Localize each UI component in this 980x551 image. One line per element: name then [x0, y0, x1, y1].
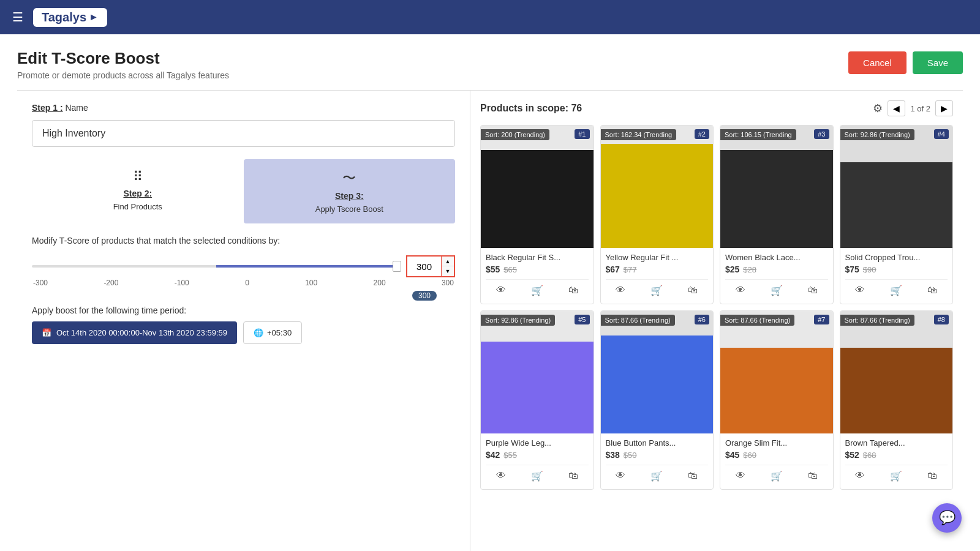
cancel-button[interactable]: Cancel	[848, 51, 907, 74]
tscore-slider[interactable]	[32, 265, 401, 268]
price-original: $65	[503, 265, 517, 274]
add-icon[interactable]: 🛍	[925, 282, 940, 299]
product-actions: 👁 🛒 🛍	[725, 465, 828, 484]
spinner-buttons: ▲ ▼	[441, 257, 454, 276]
product-name: Orange Slim Fit...	[725, 438, 828, 448]
view-icon[interactable]: 👁	[733, 468, 748, 484]
add-icon[interactable]: 🛍	[566, 468, 581, 484]
main-content: Edit T-Score Boost Promote or demote pro…	[0, 34, 980, 551]
left-panel: Step 1 : Name ⠿ Step 2: Find Products 〜 …	[17, 91, 470, 551]
product-image	[481, 126, 594, 248]
header-buttons: Cancel Save	[848, 51, 963, 74]
price-current: $42	[486, 450, 500, 460]
product-name: Yellow Regular Fit ...	[606, 253, 709, 262]
save-button[interactable]: Save	[913, 51, 963, 74]
product-sort-badge: Sort: 106.15 (Trending	[720, 129, 796, 140]
add-icon[interactable]: 🛍	[925, 468, 940, 484]
view-icon[interactable]: 👁	[613, 282, 628, 299]
settings-icon[interactable]: ⚙	[873, 102, 883, 115]
timezone-text: +05:30	[267, 328, 292, 337]
logo-container[interactable]: Tagalys ►	[33, 8, 107, 27]
tscore-value-input[interactable]	[407, 257, 441, 276]
view-icon[interactable]: 👁	[853, 282, 867, 299]
spinner-down-button[interactable]: ▼	[442, 266, 454, 276]
chat-fab-button[interactable]: 💬	[932, 503, 962, 533]
product-sort-badge: Sort: 200 (Trending)	[481, 129, 549, 140]
product-rank-badge: #2	[695, 129, 709, 139]
date-range-button[interactable]: 📅 Oct 14th 2020 00:00:00-Nov 13th 2020 2…	[32, 321, 237, 344]
product-sort-badge: Sort: 92.86 (Trending)	[481, 315, 555, 326]
product-image-container: Sort: 92.86 (Trending) #5	[481, 311, 594, 433]
product-prices: $55 $65	[486, 264, 589, 274]
product-rank-badge: #1	[575, 129, 589, 139]
product-card: Sort: 106.15 (Trending #3 Women Black La…	[720, 125, 834, 304]
product-info: Women Black Lace... $25 $28 👁 🛒 🛍	[720, 248, 833, 304]
product-info: Purple Wide Leg... $42 $55 👁 🛒 🛍	[481, 433, 594, 489]
step2-name: Find Products	[113, 202, 162, 211]
cart-icon[interactable]: 🛒	[888, 468, 905, 484]
view-icon[interactable]: 👁	[494, 282, 508, 299]
product-rank-badge: #4	[934, 129, 949, 139]
logo-text: Tagalys	[42, 10, 86, 24]
product-name: Black Regular Fit S...	[486, 253, 589, 262]
hamburger-menu-icon[interactable]: ☰	[12, 10, 23, 24]
price-current: $38	[606, 450, 620, 460]
time-row: 📅 Oct 14th 2020 00:00:00-Nov 13th 2020 2…	[32, 321, 455, 344]
product-sort-badge: Sort: 92.86 (Trending)	[840, 129, 914, 140]
step2-nav-item[interactable]: ⠿ Step 2: Find Products	[32, 159, 244, 223]
price-original: $68	[863, 451, 876, 460]
tick-100: 100	[305, 279, 317, 287]
name-input[interactable]	[32, 120, 455, 147]
product-prices: $52 $68	[845, 450, 948, 460]
view-icon[interactable]: 👁	[613, 468, 628, 484]
cart-icon[interactable]: 🛒	[768, 468, 785, 484]
product-card: Sort: 87.66 (Trending) #6 Blue Button Pa…	[600, 310, 714, 490]
add-icon[interactable]: 🛍	[685, 282, 700, 299]
cart-icon[interactable]: 🛒	[888, 282, 905, 299]
product-rank-badge: #7	[814, 315, 829, 324]
add-icon[interactable]: 🛍	[805, 282, 820, 299]
cart-icon[interactable]: 🛒	[648, 468, 665, 484]
view-icon[interactable]: 👁	[853, 468, 867, 484]
step3-nav-item[interactable]: 〜 Step 3: Apply Tscore Boost	[244, 159, 456, 223]
cart-icon[interactable]: 🛒	[768, 282, 785, 299]
product-card: Sort: 92.86 (Trending) #4 Solid Cropped …	[840, 125, 954, 304]
cart-icon[interactable]: 🛒	[648, 282, 665, 299]
product-image-container: Sort: 92.86 (Trending) #4	[840, 126, 953, 248]
prev-page-button[interactable]: ◀	[888, 100, 905, 116]
product-image-container: Sort: 87.66 (Trending) #7	[720, 311, 833, 433]
product-rank-badge: #8	[934, 315, 949, 324]
step3-icon: 〜	[342, 169, 356, 187]
steps-nav: ⠿ Step 2: Find Products 〜 Step 3: Apply …	[32, 159, 455, 223]
product-image-container: Sort: 200 (Trending) #1	[481, 126, 594, 248]
next-page-button[interactable]: ▶	[935, 100, 953, 116]
product-image-container: Sort: 106.15 (Trending #3	[720, 126, 833, 248]
product-image	[601, 311, 714, 433]
product-actions: 👁 🛒 🛍	[845, 279, 948, 299]
add-icon[interactable]: 🛍	[566, 282, 581, 299]
view-icon[interactable]: 👁	[733, 282, 748, 299]
step3-label: Step 3:	[335, 191, 364, 201]
product-sort-badge: Sort: 162.34 (Trending	[601, 129, 677, 140]
price-current: $45	[725, 450, 739, 460]
cart-icon[interactable]: 🛒	[529, 282, 546, 299]
product-card: Sort: 87.66 (Trending) #8 Brown Tapered.…	[840, 310, 954, 490]
step2-icon: ⠿	[133, 169, 143, 185]
product-image	[840, 126, 953, 248]
tick-neg100: -100	[175, 279, 189, 287]
cart-icon[interactable]: 🛒	[529, 468, 546, 484]
timezone-button[interactable]: 🌐 +05:30	[243, 321, 302, 344]
add-icon[interactable]: 🛍	[805, 468, 820, 484]
product-info: Brown Tapered... $52 $68 👁 🛒 🛍	[840, 433, 953, 489]
page-indicator: 1 of 2	[910, 104, 930, 113]
step1-name: Name	[65, 103, 88, 113]
slider-wrapper: ▲ ▼ -300 -200 -100 0 100 200 300 300	[32, 255, 455, 287]
spinner-up-button[interactable]: ▲	[442, 257, 454, 266]
view-icon[interactable]: 👁	[494, 468, 508, 484]
logo-arrow-icon: ►	[89, 12, 99, 23]
product-name: Brown Tapered...	[845, 438, 948, 448]
product-prices: $75 $90	[845, 264, 948, 274]
price-original: $90	[863, 265, 876, 274]
add-icon[interactable]: 🛍	[685, 468, 700, 484]
product-actions: 👁 🛒 🛍	[486, 279, 589, 299]
